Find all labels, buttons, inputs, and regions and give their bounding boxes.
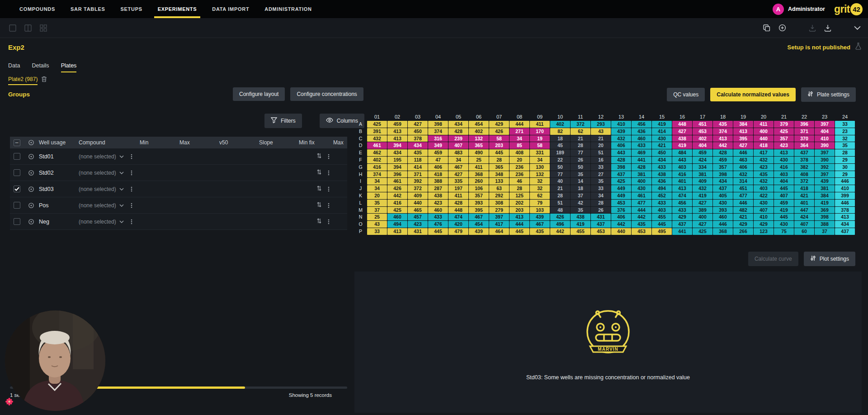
well-H20[interactable]: 435 — [754, 171, 774, 178]
well-C15[interactable]: 430 — [652, 135, 672, 142]
well-P05[interactable]: 479 — [448, 228, 468, 235]
well-F04[interactable]: 47 — [428, 157, 448, 163]
well-J09[interactable]: 32 — [530, 185, 550, 192]
well-J23[interactable]: 381 — [815, 185, 835, 192]
row-updown-icon[interactable] — [317, 201, 321, 210]
well-A05[interactable]: 434 — [448, 121, 468, 128]
row-checkbox[interactable] — [14, 153, 20, 160]
well-G13[interactable]: 398 — [611, 164, 631, 171]
well-N24[interactable]: 413 — [835, 214, 855, 220]
well-F19[interactable]: 463 — [733, 157, 753, 163]
well-F11[interactable]: 26 — [571, 157, 590, 163]
well-M23[interactable]: 369 — [815, 207, 835, 214]
well-L07[interactable]: 308 — [489, 200, 509, 206]
well-G17[interactable]: 334 — [693, 164, 712, 171]
well-J16[interactable]: 413 — [672, 185, 692, 192]
well-P24[interactable]: 437 — [835, 228, 855, 235]
well-I13[interactable]: 425 — [611, 178, 631, 185]
well-A08[interactable]: 444 — [509, 121, 529, 128]
well-F06[interactable]: 25 — [469, 157, 489, 163]
well-H14[interactable]: 381 — [632, 171, 651, 178]
well-D14[interactable]: 433 — [632, 142, 651, 149]
tab-data[interactable]: Data — [8, 62, 20, 72]
avatar[interactable]: A — [773, 4, 784, 15]
well-L14[interactable]: 477 — [632, 200, 651, 206]
well-N17[interactable]: 400 — [693, 214, 712, 220]
well-E02[interactable]: 434 — [387, 149, 407, 156]
well-D17[interactable]: 404 — [693, 142, 712, 149]
well-D24[interactable]: 35 — [835, 142, 855, 149]
well-N04[interactable]: 433 — [428, 214, 448, 220]
well-L03[interactable]: 440 — [408, 200, 428, 206]
well-G11[interactable]: 50 — [571, 164, 590, 171]
well-B13[interactable]: 439 — [611, 128, 631, 135]
well-J06[interactable]: 106 — [469, 185, 489, 192]
well-N02[interactable]: 460 — [387, 214, 407, 220]
well-G01[interactable]: 416 — [367, 164, 387, 171]
well-G08[interactable]: 236 — [509, 164, 529, 171]
well-F21[interactable]: 430 — [774, 157, 794, 163]
well-O12[interactable]: 437 — [591, 221, 611, 228]
well-P19[interactable]: 266 — [733, 228, 753, 235]
well-O04[interactable]: 476 — [428, 221, 448, 228]
well-K04[interactable]: 438 — [428, 192, 448, 199]
well-P17[interactable]: 425 — [693, 228, 712, 235]
well-G05[interactable]: 467 — [448, 164, 468, 171]
well-H07[interactable]: 348 — [489, 171, 509, 178]
well-N14[interactable]: 442 — [632, 214, 651, 220]
well-G10[interactable]: 50 — [550, 164, 570, 171]
well-H18[interactable]: 398 — [713, 171, 733, 178]
well-E15[interactable]: 450 — [652, 149, 672, 156]
well-J21[interactable]: 445 — [774, 185, 794, 192]
row-kebab-icon[interactable] — [326, 153, 332, 160]
well-M06[interactable]: 395 — [469, 207, 489, 214]
well-B24[interactable]: 23 — [835, 128, 855, 135]
well-F17[interactable]: 424 — [693, 157, 712, 163]
well-G20[interactable]: 423 — [754, 164, 774, 171]
well-A11[interactable]: 372 — [571, 121, 590, 128]
well-F02[interactable]: 195 — [387, 157, 407, 163]
export-icon[interactable] — [824, 24, 831, 32]
well-I18[interactable]: 434 — [713, 178, 733, 185]
well-O15[interactable]: 445 — [652, 221, 672, 228]
well-K19[interactable]: 477 — [733, 192, 753, 199]
well-A12[interactable]: 293 — [591, 121, 611, 128]
row-updown-icon[interactable] — [317, 218, 321, 226]
well-E05[interactable]: 483 — [448, 149, 468, 156]
well-C06[interactable]: 132 — [469, 135, 489, 142]
well-J15[interactable]: 494 — [652, 185, 672, 192]
nav-item-experiments[interactable]: EXPERIMENTS — [158, 0, 197, 18]
well-P09[interactable]: 435 — [530, 228, 550, 235]
well-I10[interactable]: 40 — [550, 178, 570, 185]
well-A07[interactable]: 429 — [489, 121, 509, 128]
target-wells-icon[interactable] — [24, 202, 39, 209]
well-O17[interactable]: 427 — [693, 221, 712, 228]
well-N01[interactable]: 25 — [367, 214, 387, 220]
well-H06[interactable]: 368 — [469, 171, 489, 178]
well-P14[interactable]: 453 — [632, 228, 651, 235]
well-F03[interactable]: 118 — [408, 157, 428, 163]
well-H05[interactable]: 427 — [448, 171, 468, 178]
well-A24[interactable]: 33 — [835, 121, 855, 128]
well-F14[interactable]: 441 — [632, 157, 651, 163]
well-F15[interactable]: 434 — [652, 157, 672, 163]
well-B11[interactable]: 62 — [571, 128, 590, 135]
well-O07[interactable]: 417 — [489, 221, 509, 228]
well-G15[interactable]: 433 — [652, 164, 672, 171]
well-H13[interactable]: 437 — [611, 171, 631, 178]
well-F16[interactable]: 443 — [672, 157, 692, 163]
well-J14[interactable]: 430 — [632, 185, 651, 192]
well-K06[interactable]: 357 — [469, 192, 489, 199]
well-M15[interactable]: 403 — [652, 207, 672, 214]
well-D23[interactable]: 390 — [815, 142, 835, 149]
well-I23[interactable]: 439 — [815, 178, 835, 185]
filters-button[interactable]: Filters — [264, 114, 302, 128]
well-E07[interactable]: 445 — [489, 149, 509, 156]
well-A20[interactable]: 411 — [754, 121, 774, 128]
well-N16[interactable]: 429 — [672, 214, 692, 220]
configure-concentrations-button[interactable]: Configure concentrations — [290, 87, 363, 101]
well-I20[interactable]: 432 — [754, 178, 774, 185]
well-O20[interactable]: 429 — [754, 221, 774, 228]
well-N06[interactable]: 467 — [469, 214, 489, 220]
well-M01[interactable]: 37 — [367, 207, 387, 214]
